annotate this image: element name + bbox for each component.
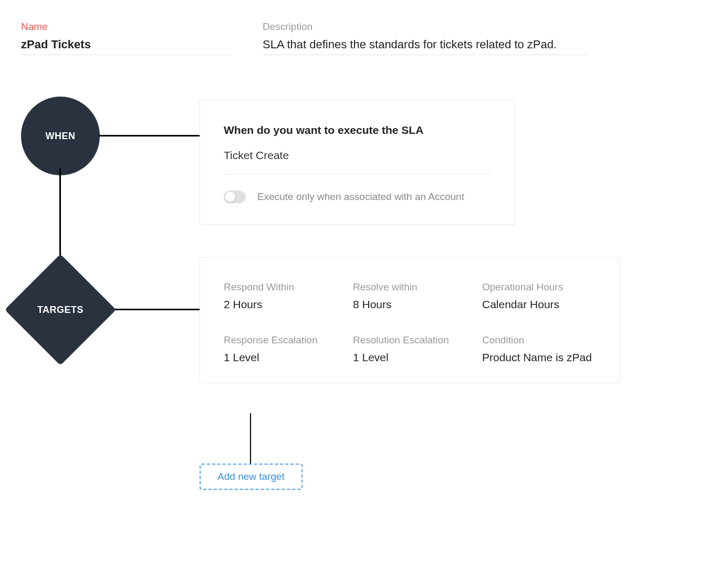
target-item: Resolve within 8 Hours <box>353 281 466 311</box>
name-field-value[interactable]: zPad Tickets <box>21 38 231 55</box>
targets-node[interactable]: TARGETS <box>21 270 100 349</box>
target-value: 2 Hours <box>224 298 337 311</box>
name-field-label: Name <box>21 21 231 33</box>
execute-account-toggle[interactable] <box>224 191 246 203</box>
target-value: Product Name is zPad <box>482 351 596 364</box>
target-item: Respond Within 2 Hours <box>224 281 337 311</box>
toggle-knob-icon <box>225 192 235 202</box>
description-field-label: Description <box>263 21 588 33</box>
description-field-value[interactable]: SLA that defines the standards for ticke… <box>263 38 588 55</box>
target-label: Resolution Escalation <box>353 334 466 346</box>
target-value: 1 Level <box>353 351 466 364</box>
execute-account-toggle-label: Execute only when associated with an Acc… <box>257 191 464 203</box>
target-item: Resolution Escalation 1 Level <box>353 334 466 364</box>
target-value: 8 Hours <box>353 298 466 311</box>
when-card-trigger[interactable]: Ticket Create <box>224 149 491 175</box>
targets-card[interactable]: Respond Within 2 Hours Resolve within 8 … <box>200 257 620 383</box>
when-node-label: WHEN <box>46 131 76 142</box>
target-label: Condition <box>482 334 596 346</box>
connector-targets-to-card <box>114 309 200 310</box>
connector-when-to-card <box>99 135 200 136</box>
target-label: Resolve within <box>353 281 466 293</box>
target-label: Response Escalation <box>224 334 337 346</box>
target-label: Operational Hours <box>482 281 596 293</box>
target-value: 1 Level <box>224 351 337 364</box>
target-value: Calendar Hours <box>482 298 596 311</box>
target-item: Operational Hours Calendar Hours <box>482 281 596 311</box>
target-item: Condition Product Name is zPad <box>482 334 596 364</box>
targets-node-label: TARGETS <box>21 270 100 349</box>
add-new-target-button[interactable]: Add new target <box>200 464 303 490</box>
when-card[interactable]: When do you want to execute the SLA Tick… <box>200 100 515 225</box>
when-node[interactable]: WHEN <box>21 97 100 175</box>
connector-targets-to-add <box>250 413 251 466</box>
when-card-title: When do you want to execute the SLA <box>224 124 491 136</box>
target-item: Response Escalation 1 Level <box>224 334 337 364</box>
target-label: Respond Within <box>224 281 337 293</box>
add-new-target-label: Add new target <box>217 471 285 482</box>
